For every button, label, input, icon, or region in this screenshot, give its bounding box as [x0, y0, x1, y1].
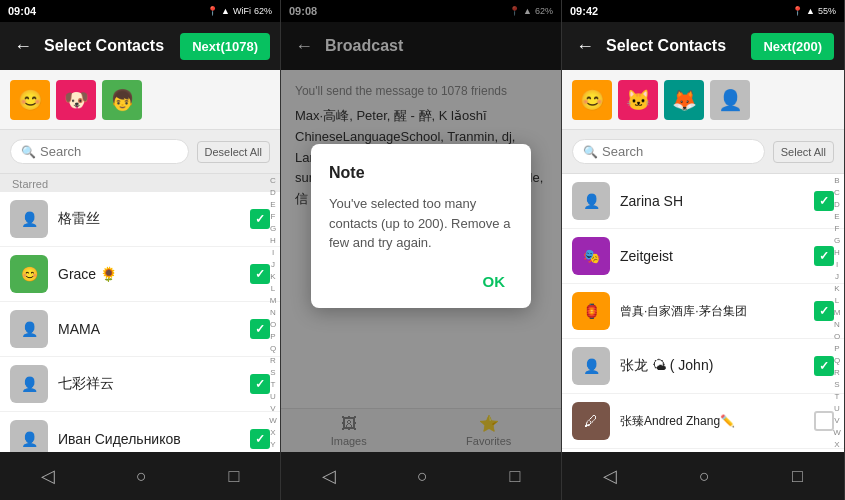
select-all-button[interactable]: Select All [773, 141, 834, 163]
search-input-wrap-1[interactable]: 🔍 [10, 139, 189, 164]
selected-avatars-3: 😊 🐱 🦊 👤 [562, 70, 844, 130]
contact-row[interactable]: 👤 七彩祥云 [0, 357, 280, 412]
next-button-3[interactable]: Next(200) [751, 33, 834, 60]
status-icons-3: 📍 ▲ 55% [792, 6, 836, 16]
recent-nav-icon-1[interactable]: □ [212, 458, 255, 495]
recent-nav-icon-2[interactable]: □ [493, 458, 536, 495]
status-bar-1: 09:04 📍 ▲ WiFi 62% [0, 0, 280, 22]
home-nav-icon-1[interactable]: ○ [120, 458, 163, 495]
contact-name: MAMA [58, 321, 240, 337]
battery-1: 62% [254, 6, 272, 16]
back-nav-icon-3[interactable]: ◁ [587, 457, 633, 495]
contact-name: Grace 🌻 [58, 266, 240, 282]
contact-avatar: 👤 [10, 365, 48, 403]
dialog-ok-button[interactable]: OK [475, 269, 514, 294]
deselect-all-button[interactable]: Deselect All [197, 141, 270, 163]
contact-avatar: 👤 [572, 347, 610, 385]
panel-1: 09:04 📍 ▲ WiFi 62% ← Select Contacts Nex… [0, 0, 281, 500]
back-button-3[interactable]: ← [572, 32, 598, 61]
battery-3: 55% [818, 6, 836, 16]
contact-row[interactable]: 👤 格雷丝 [0, 192, 280, 247]
contact-avatar: 👤 [10, 200, 48, 238]
time-3: 09:42 [570, 5, 598, 17]
dialog-overlay: Note You've selected too many contacts (… [281, 0, 561, 452]
contact-name: 曾真·自家酒库·茅台集团 [620, 303, 804, 320]
selected-avatar-3-1: 😊 [572, 80, 612, 120]
location-icon: 📍 [207, 6, 218, 16]
contact-name: 格雷丝 [58, 210, 240, 228]
contact-row[interactable]: 👤 Иван Сидельников [0, 412, 280, 452]
contact-avatar: 👤 [10, 420, 48, 452]
selected-avatar-1: 😊 [10, 80, 50, 120]
dialog-box: Note You've selected too many contacts (… [311, 144, 531, 308]
title-3: Select Contacts [606, 37, 743, 55]
search-input-3[interactable] [602, 144, 754, 159]
contact-row[interactable]: 🏮 曾真·自家酒库·茅台集团 [562, 284, 844, 339]
contact-row[interactable]: 😊 Grace 🌻 [0, 247, 280, 302]
next-button-1[interactable]: Next(1078) [180, 33, 270, 60]
search-bar-1: 🔍 Deselect All [0, 130, 280, 174]
contacts-list-1[interactable]: Starred 👤 格雷丝 😊 Grace 🌻 👤 MAMA 👤 七彩祥云 👤 … [0, 174, 280, 452]
signal-icon: ▲ [221, 6, 230, 16]
time-1: 09:04 [8, 5, 36, 17]
contact-name: Zeitgeist [620, 248, 804, 264]
contact-avatar: 😊 [10, 255, 48, 293]
search-input-1[interactable] [40, 144, 178, 159]
search-icon-1: 🔍 [21, 145, 36, 159]
signal-icon-3: ▲ [806, 6, 815, 16]
selected-avatar-3: 👦 [102, 80, 142, 120]
contact-name: 张臻Andred Zhang✏️ [620, 413, 804, 430]
selected-avatar-3-2: 🐱 [618, 80, 658, 120]
panel-3: 09:42 📍 ▲ 55% ← Select Contacts Next(200… [562, 0, 845, 500]
selected-avatar-2: 🐶 [56, 80, 96, 120]
bottom-nav-1: ◁ ○ □ [0, 452, 280, 500]
nav-bar-1: ← Select Contacts Next(1078) [0, 22, 280, 70]
title-1: Select Contacts [44, 37, 172, 55]
back-nav-icon-1[interactable]: ◁ [25, 457, 71, 495]
search-icon-3: 🔍 [583, 145, 598, 159]
back-nav-icon-2[interactable]: ◁ [306, 457, 352, 495]
contact-name: Иван Сидельников [58, 431, 240, 447]
bottom-nav-3: ◁ ○ □ [562, 452, 844, 500]
contact-avatar: 🏮 [572, 292, 610, 330]
contact-row[interactable]: 👤 执着依然～ [562, 449, 844, 452]
contact-avatar: 👤 [572, 182, 610, 220]
contact-name: 张龙 🌤 ( John) [620, 357, 804, 375]
nav-bar-3: ← Select Contacts Next(200) [562, 22, 844, 70]
contact-avatar: 🖊 [572, 402, 610, 440]
section-starred: Starred [0, 174, 280, 192]
dialog-title: Note [329, 164, 513, 182]
contact-avatar: 👤 [10, 310, 48, 348]
wifi-icon: WiFi [233, 6, 251, 16]
home-nav-icon-3[interactable]: ○ [683, 458, 726, 495]
selected-avatars-1: 😊 🐶 👦 [0, 70, 280, 130]
contact-row[interactable]: 👤 MAMA [0, 302, 280, 357]
home-nav-icon-2[interactable]: ○ [401, 458, 444, 495]
location-icon-3: 📍 [792, 6, 803, 16]
back-button-1[interactable]: ← [10, 32, 36, 61]
selected-avatar-3-3: 🦊 [664, 80, 704, 120]
recent-nav-icon-3[interactable]: □ [776, 458, 819, 495]
alpha-index-1[interactable]: ABC DEF GHI JKL MNO PQR STU VWX YZ# [266, 174, 280, 452]
dialog-actions: OK [329, 269, 513, 294]
bottom-nav-2: ◁ ○ □ [281, 452, 561, 500]
contact-avatar: 🎭 [572, 237, 610, 275]
search-bar-3: 🔍 Select All [562, 130, 844, 174]
contact-row[interactable]: 👤 Zarina SH [562, 174, 844, 229]
contact-row[interactable]: 👤 张龙 🌤 ( John) [562, 339, 844, 394]
search-input-wrap-3[interactable]: 🔍 [572, 139, 765, 164]
dialog-message: You've selected too many contacts (up to… [329, 194, 513, 253]
status-icons-1: 📍 ▲ WiFi 62% [207, 6, 272, 16]
contact-row[interactable]: 🖊 张臻Andred Zhang✏️ [562, 394, 844, 449]
contact-name: 七彩祥云 [58, 375, 240, 393]
selected-avatar-3-4: 👤 [710, 80, 750, 120]
contacts-list-3[interactable]: 👤 Zarina SH 🎭 Zeitgeist 🏮 曾真·自家酒库·茅台集团 👤… [562, 174, 844, 452]
panel-2: 09:08 📍 ▲ 62% ← Broadcast You'll send th… [281, 0, 562, 500]
contact-row[interactable]: 🎭 Zeitgeist [562, 229, 844, 284]
contact-name: Zarina SH [620, 193, 804, 209]
alpha-index-3[interactable]: !★ ABC DEF GHI JKL MNO PQR STU VWX YZ# [830, 174, 844, 452]
status-bar-3: 09:42 📍 ▲ 55% [562, 0, 844, 22]
